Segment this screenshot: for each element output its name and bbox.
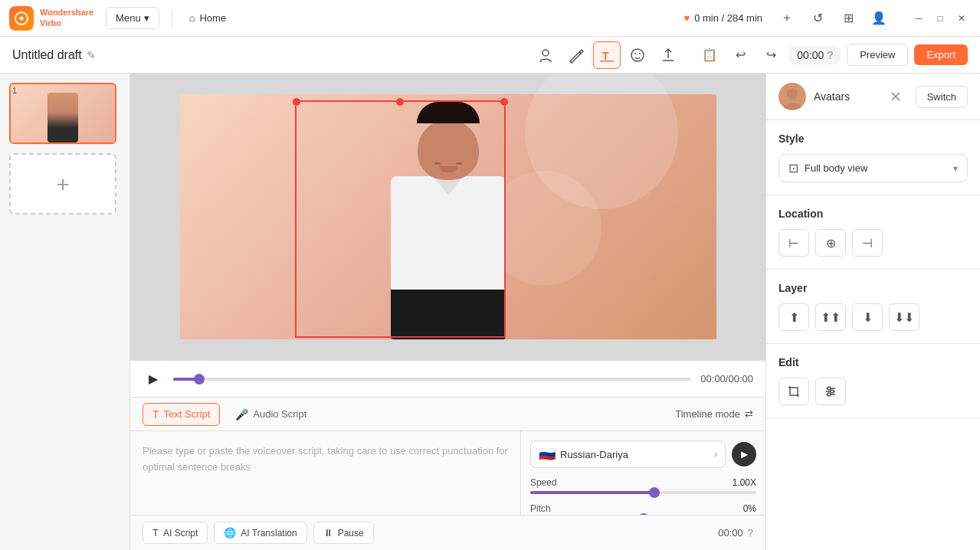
svg-text:T: T [602,50,609,62]
preview-button[interactable]: Preview [847,44,908,66]
close-button[interactable]: ✕ [952,9,971,28]
window-controls: ─ □ ✕ [910,9,971,28]
logo: Wondershare Virbo [9,6,93,31]
audio-tab-icon: 🎤 [235,408,248,421]
layer-section: Layer ⬆ ⬆⬆ ⬇ ⬇⬇ [766,270,980,344]
redo-icon[interactable]: ↪ [759,43,783,67]
add-icon[interactable]: ＋ [775,6,799,31]
time-display: 00:00 ? [789,46,841,64]
slides-panel: 1 ＋ [0,74,130,550]
minimize-button[interactable]: ─ [910,9,928,28]
canvas-area: ▶ 00:00/00:00 T Text Script 🎤 Audio Scri… [130,74,765,550]
help-icon[interactable]: ? [827,49,833,61]
avatar-hair [417,102,480,123]
export-button[interactable]: Export [914,44,968,65]
edit-title-icon[interactable]: ✎ [87,49,96,61]
location-section: Location ⊢ ⊕ ⊣ [766,195,980,270]
topbar: Wondershare Virbo Menu ▾ ⌂ Home ♥ 0 min … [0,0,980,37]
ai-script-button[interactable]: T AI Script [143,522,208,544]
svg-point-7 [787,88,798,99]
delete-avatar-button[interactable] [883,84,908,109]
canvas-container [130,74,765,360]
avatar-tool[interactable] [532,41,559,69]
send-to-back-button[interactable]: ⬇⬇ [889,303,919,331]
play-button[interactable]: ▶ [143,368,164,390]
help-icon2[interactable]: ? [748,527,753,539]
voice-selector[interactable]: 🇷🇺 Russian-Dariya › [530,440,726,468]
pause-button[interactable]: ⏸ Pause [313,522,374,544]
edit-icons [778,378,968,405]
script-tabs: T Text Script 🎤 Audio Script Timeline mo… [130,398,765,431]
add-slide-button[interactable]: ＋ [9,153,116,214]
clipboard-icon[interactable]: 📋 [697,43,722,67]
flag-icon: 🇷🇺 [539,446,556,463]
align-left-button[interactable]: ⊢ [778,229,809,257]
secondbar: Untitled draft ✎ T 📋 ↩ ↪ 00:00 ? Preview… [0,37,980,74]
undo-icon[interactable]: ↩ [728,43,752,67]
svg-point-12 [831,390,834,393]
history-icon[interactable]: ↺ [805,6,830,31]
handle-tl[interactable] [293,98,300,106]
chevron-right-icon: › [714,449,717,460]
svg-point-13 [828,393,831,396]
logo-icon [9,6,34,31]
align-right-button[interactable]: ⊣ [852,229,883,257]
style-title: Style [778,133,968,145]
timeline-icon: ⇄ [745,408,753,420]
logo-name: Wondershare [40,8,93,18]
brush-tool[interactable] [562,41,590,69]
slide-avatar-mini [48,93,78,142]
home-button[interactable]: ⌂ Home [185,8,231,28]
avatar-thumbnail [778,83,806,110]
tab-audio-script[interactable]: 🎤 Audio Script [226,404,316,425]
text-tool[interactable]: T [593,41,621,69]
crop-button[interactable] [778,378,809,405]
ai-translation-button[interactable]: 🌐 AI Translation [214,522,306,544]
avatar-pants [391,290,506,339]
upload-tool[interactable] [654,41,682,69]
bring-forward-button[interactable]: ⬆ [778,303,809,331]
time-counter: 00:00/00:00 [700,373,753,385]
slide-thumbnail[interactable] [9,83,116,144]
text-tab-icon: T [152,408,159,421]
edit-title: Edit [778,356,968,368]
menu-button[interactable]: Menu ▾ [106,7,159,29]
avatar-figure [349,102,548,339]
user-icon[interactable]: 👤 [867,6,891,31]
location-title: Location [778,208,968,220]
script-content: Please type or paste the voiceover scrip… [130,431,765,515]
progress-bar[interactable] [173,378,691,381]
layer-title: Layer [778,282,968,294]
avatar-header: Avatars Switch [766,74,980,120]
chevron-down-icon: ▾ [953,163,958,174]
divider [172,9,172,28]
heart-icon: ♥ [683,12,690,24]
progress-thumb [194,374,205,385]
maximize-button[interactable]: □ [931,9,949,28]
align-center-button[interactable]: ⊕ [815,229,846,257]
switch-avatar-button[interactable]: Switch [916,86,968,108]
bottom-time: 00:00 ? [718,527,753,539]
svg-point-4 [631,49,644,61]
play-voice-button[interactable]: ▶ [732,442,756,467]
text-script-pane[interactable]: Please type or paste the voiceover scrip… [130,431,520,515]
timeline-mode-toggle[interactable]: Timeline mode ⇄ [675,408,753,420]
speed-param: Speed 1.00X [530,477,756,494]
bring-to-front-button[interactable]: ⬆⬆ [815,303,846,331]
layer-icons: ⬆ ⬆⬆ ⬇ ⬇⬇ [778,303,968,331]
grid-icon[interactable]: ⊞ [836,6,860,31]
topbar-icons: ＋ ↺ ⊞ 👤 [775,6,891,31]
adjust-button[interactable] [815,378,846,405]
avatar-label: Avatars [814,90,876,103]
audio-pane: 🇷🇺 Russian-Dariya › ▶ Speed 1.00X [520,431,765,515]
slide-item[interactable]: 1 [9,83,120,144]
style-label: Full body view [805,162,947,174]
emoji-tool[interactable] [624,41,651,69]
location-icons: ⊢ ⊕ ⊣ [778,229,968,257]
speed-slider[interactable] [530,491,756,494]
avatar-head [418,119,479,180]
style-dropdown[interactable]: ⊡ Full body view ▾ [778,154,968,182]
tab-text-script[interactable]: T Text Script [143,403,220,426]
ai-translation-icon: 🌐 [224,527,236,539]
send-backward-button[interactable]: ⬇ [852,303,883,331]
